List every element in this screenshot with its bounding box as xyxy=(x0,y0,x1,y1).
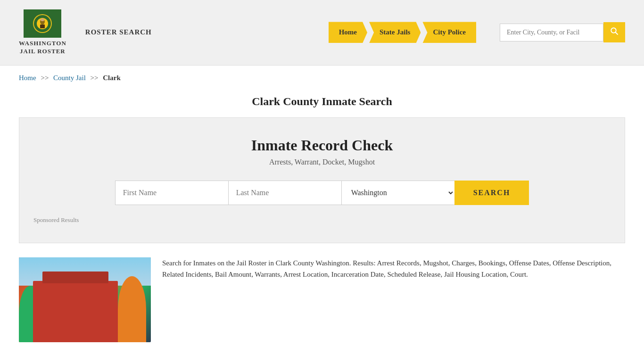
breadcrumb-home-link[interactable]: Home xyxy=(19,74,36,82)
sponsored-label: Sponsored Results xyxy=(33,216,611,224)
logo-title: WASHINGTON JAIL ROSTER xyxy=(19,40,66,56)
site-header: WASHINGTON JAIL ROSTER ROSTER SEARCH Hom… xyxy=(0,0,644,66)
first-name-input[interactable] xyxy=(115,181,228,205)
svg-point-6 xyxy=(41,18,44,21)
breadcrumb-county-jail-link[interactable]: County Jail xyxy=(53,74,86,82)
search-button[interactable]: SEARCH xyxy=(454,181,529,205)
breadcrumb-current: Clark xyxy=(103,74,121,82)
header-search-button[interactable] xyxy=(603,22,625,42)
search-card-title: Inmate Record Check xyxy=(33,137,611,154)
breadcrumb-sep2: >> xyxy=(91,74,99,82)
flag-icon xyxy=(24,9,61,38)
inmate-search-card: Inmate Record Check Arrests, Warrant, Do… xyxy=(19,117,625,243)
search-icon xyxy=(610,27,619,35)
main-nav: Home State Jails City Police xyxy=(329,22,476,43)
city-police-nav-button[interactable]: City Police xyxy=(422,22,476,43)
search-form: Washington Oregon Idaho California SEARC… xyxy=(33,181,611,205)
header-search-input[interactable] xyxy=(500,24,603,41)
lower-content: Search for Inmates on the Jail Roster in… xyxy=(19,257,625,342)
site-logo[interactable]: WASHINGTON JAIL ROSTER xyxy=(19,9,66,56)
svg-rect-5 xyxy=(40,25,45,28)
lower-description: Search for Inmates on the Jail Roster in… xyxy=(162,257,625,280)
county-building-image xyxy=(19,257,151,342)
breadcrumb-sep1: >> xyxy=(41,74,49,82)
home-nav-button[interactable]: Home xyxy=(329,22,367,43)
search-card-subtitle: Arrests, Warrant, Docket, Mugshot xyxy=(33,158,611,166)
last-name-input[interactable] xyxy=(228,181,341,205)
breadcrumb: Home >> County Jail >> Clark xyxy=(0,66,644,90)
svg-point-7 xyxy=(611,28,616,33)
state-select[interactable]: Washington Oregon Idaho California xyxy=(341,181,454,205)
page-title: Clark County Inmate Search xyxy=(19,95,625,108)
header-search-bar xyxy=(500,22,625,42)
roster-search-label: ROSTER SEARCH xyxy=(85,28,152,36)
state-jails-nav-button[interactable]: State Jails xyxy=(369,22,421,43)
svg-line-8 xyxy=(615,33,618,35)
